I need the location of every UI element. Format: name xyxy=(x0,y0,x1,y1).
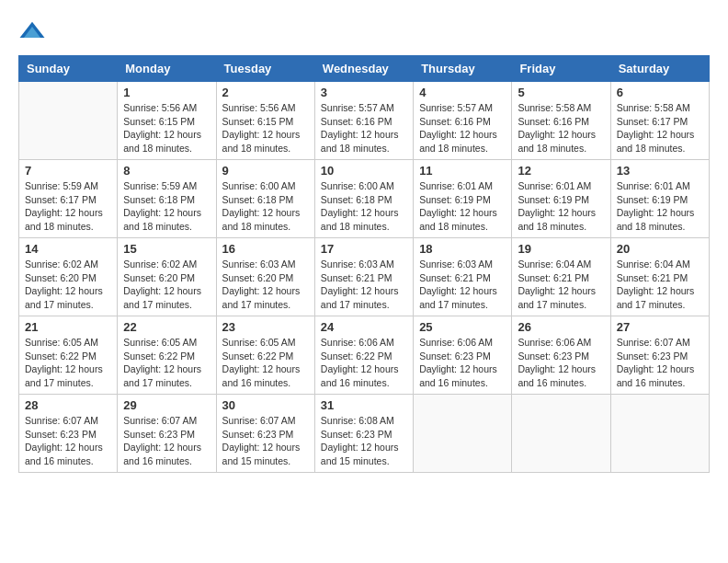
day-number: 4 xyxy=(419,86,506,99)
day-cell xyxy=(414,395,512,473)
day-cell: 20Sunrise: 6:04 AMSunset: 6:21 PMDayligh… xyxy=(610,238,709,316)
day-info: Sunrise: 6:07 AMSunset: 6:23 PMDaylight:… xyxy=(25,414,111,468)
day-number: 21 xyxy=(25,320,111,334)
day-number: 23 xyxy=(222,320,309,334)
day-cell: 24Sunrise: 6:06 AMSunset: 6:22 PMDayligh… xyxy=(314,316,413,395)
day-cell: 26Sunrise: 6:06 AMSunset: 6:23 PMDayligh… xyxy=(512,316,610,395)
day-info: Sunrise: 6:01 AMSunset: 6:19 PMDaylight:… xyxy=(518,179,604,234)
day-number: 11 xyxy=(419,164,506,178)
day-number: 10 xyxy=(321,164,407,178)
day-cell: 14Sunrise: 6:02 AMSunset: 6:20 PMDayligh… xyxy=(19,238,118,316)
day-info: Sunrise: 5:58 AMSunset: 6:16 PMDaylight:… xyxy=(518,101,604,155)
day-cell: 13Sunrise: 6:01 AMSunset: 6:19 PMDayligh… xyxy=(610,160,709,238)
day-info: Sunrise: 6:06 AMSunset: 6:22 PMDaylight:… xyxy=(321,336,407,390)
day-info: Sunrise: 6:02 AMSunset: 6:20 PMDaylight:… xyxy=(123,258,210,312)
day-number: 8 xyxy=(123,164,210,178)
day-cell: 16Sunrise: 6:03 AMSunset: 6:20 PMDayligh… xyxy=(216,238,314,316)
day-info: Sunrise: 6:05 AMSunset: 6:22 PMDaylight:… xyxy=(25,336,111,390)
day-cell: 30Sunrise: 6:07 AMSunset: 6:23 PMDayligh… xyxy=(216,395,314,473)
day-number: 13 xyxy=(617,164,703,178)
week-row-0: 1Sunrise: 5:56 AMSunset: 6:15 PMDaylight… xyxy=(19,82,710,160)
day-cell: 4Sunrise: 5:57 AMSunset: 6:16 PMDaylight… xyxy=(414,82,512,160)
header-saturday: Saturday xyxy=(610,56,709,82)
week-row-2: 14Sunrise: 6:02 AMSunset: 6:20 PMDayligh… xyxy=(19,238,710,316)
day-cell: 25Sunrise: 6:06 AMSunset: 6:23 PMDayligh… xyxy=(414,316,512,395)
week-row-1: 7Sunrise: 5:59 AMSunset: 6:17 PMDaylight… xyxy=(19,160,710,238)
day-number: 28 xyxy=(25,398,111,412)
day-info: Sunrise: 6:03 AMSunset: 6:20 PMDaylight:… xyxy=(222,258,309,312)
day-number: 16 xyxy=(222,242,309,256)
day-info: Sunrise: 6:04 AMSunset: 6:21 PMDaylight:… xyxy=(617,258,703,312)
day-cell xyxy=(19,82,118,160)
day-info: Sunrise: 6:05 AMSunset: 6:22 PMDaylight:… xyxy=(123,336,210,390)
header-tuesday: Tuesday xyxy=(216,56,314,82)
week-row-4: 28Sunrise: 6:07 AMSunset: 6:23 PMDayligh… xyxy=(19,395,710,473)
day-cell: 23Sunrise: 6:05 AMSunset: 6:22 PMDayligh… xyxy=(216,316,314,395)
day-number: 25 xyxy=(419,320,506,334)
day-info: Sunrise: 6:00 AMSunset: 6:18 PMDaylight:… xyxy=(222,179,309,234)
header-row: SundayMondayTuesdayWednesdayThursdayFrid… xyxy=(19,56,710,82)
day-info: Sunrise: 6:00 AMSunset: 6:18 PMDaylight:… xyxy=(321,179,407,234)
day-info: Sunrise: 6:05 AMSunset: 6:22 PMDaylight:… xyxy=(222,336,309,390)
day-cell: 12Sunrise: 6:01 AMSunset: 6:19 PMDayligh… xyxy=(512,160,610,238)
day-number: 19 xyxy=(518,242,604,256)
logo xyxy=(18,18,50,46)
day-number: 26 xyxy=(518,320,604,334)
day-info: Sunrise: 6:07 AMSunset: 6:23 PMDaylight:… xyxy=(222,414,309,468)
day-info: Sunrise: 6:07 AMSunset: 6:23 PMDaylight:… xyxy=(123,414,210,468)
header-sunday: Sunday xyxy=(19,56,118,82)
calendar-table: SundayMondayTuesdayWednesdayThursdayFrid… xyxy=(18,55,710,473)
day-number: 9 xyxy=(222,164,309,178)
day-number: 27 xyxy=(617,320,703,334)
day-number: 15 xyxy=(123,242,210,256)
day-info: Sunrise: 6:08 AMSunset: 6:23 PMDaylight:… xyxy=(321,414,407,468)
day-info: Sunrise: 5:57 AMSunset: 6:16 PMDaylight:… xyxy=(419,101,506,155)
day-info: Sunrise: 5:56 AMSunset: 6:15 PMDaylight:… xyxy=(123,101,210,155)
day-number: 29 xyxy=(123,398,210,412)
day-cell: 2Sunrise: 5:56 AMSunset: 6:15 PMDaylight… xyxy=(216,82,314,160)
day-number: 17 xyxy=(321,242,407,256)
calendar-body: 1Sunrise: 5:56 AMSunset: 6:15 PMDaylight… xyxy=(19,82,710,473)
header-wednesday: Wednesday xyxy=(314,56,413,82)
day-number: 3 xyxy=(321,86,407,99)
day-info: Sunrise: 6:03 AMSunset: 6:21 PMDaylight:… xyxy=(419,258,506,312)
day-cell: 1Sunrise: 5:56 AMSunset: 6:15 PMDaylight… xyxy=(118,82,216,160)
day-cell: 11Sunrise: 6:01 AMSunset: 6:19 PMDayligh… xyxy=(414,160,512,238)
day-info: Sunrise: 5:56 AMSunset: 6:15 PMDaylight:… xyxy=(222,101,309,155)
day-info: Sunrise: 5:59 AMSunset: 6:18 PMDaylight:… xyxy=(123,179,210,234)
day-cell: 21Sunrise: 6:05 AMSunset: 6:22 PMDayligh… xyxy=(19,316,118,395)
day-info: Sunrise: 6:03 AMSunset: 6:21 PMDaylight:… xyxy=(321,258,407,312)
day-number: 30 xyxy=(222,398,309,412)
day-cell: 6Sunrise: 5:58 AMSunset: 6:17 PMDaylight… xyxy=(610,82,709,160)
day-number: 5 xyxy=(518,86,604,99)
day-info: Sunrise: 6:01 AMSunset: 6:19 PMDaylight:… xyxy=(617,179,703,234)
day-number: 20 xyxy=(617,242,703,256)
day-cell: 27Sunrise: 6:07 AMSunset: 6:23 PMDayligh… xyxy=(610,316,709,395)
day-number: 2 xyxy=(222,86,309,99)
day-info: Sunrise: 5:59 AMSunset: 6:17 PMDaylight:… xyxy=(25,179,111,234)
day-cell: 9Sunrise: 6:00 AMSunset: 6:18 PMDaylight… xyxy=(216,160,314,238)
day-number: 1 xyxy=(123,86,210,99)
day-number: 14 xyxy=(25,242,111,256)
day-cell: 18Sunrise: 6:03 AMSunset: 6:21 PMDayligh… xyxy=(414,238,512,316)
header-thursday: Thursday xyxy=(414,56,512,82)
day-cell: 5Sunrise: 5:58 AMSunset: 6:16 PMDaylight… xyxy=(512,82,610,160)
day-cell: 8Sunrise: 5:59 AMSunset: 6:18 PMDaylight… xyxy=(118,160,216,238)
day-cell xyxy=(512,395,610,473)
day-cell: 7Sunrise: 5:59 AMSunset: 6:17 PMDaylight… xyxy=(19,160,118,238)
week-row-3: 21Sunrise: 6:05 AMSunset: 6:22 PMDayligh… xyxy=(19,316,710,395)
day-info: Sunrise: 6:04 AMSunset: 6:21 PMDaylight:… xyxy=(518,258,604,312)
day-cell: 28Sunrise: 6:07 AMSunset: 6:23 PMDayligh… xyxy=(19,395,118,473)
day-cell: 29Sunrise: 6:07 AMSunset: 6:23 PMDayligh… xyxy=(118,395,216,473)
day-cell: 17Sunrise: 6:03 AMSunset: 6:21 PMDayligh… xyxy=(314,238,413,316)
day-info: Sunrise: 6:06 AMSunset: 6:23 PMDaylight:… xyxy=(518,336,604,390)
header-friday: Friday xyxy=(512,56,610,82)
day-info: Sunrise: 6:01 AMSunset: 6:19 PMDaylight:… xyxy=(419,179,506,234)
day-number: 12 xyxy=(518,164,604,178)
day-cell: 31Sunrise: 6:08 AMSunset: 6:23 PMDayligh… xyxy=(314,395,413,473)
day-number: 31 xyxy=(321,398,407,412)
day-number: 22 xyxy=(123,320,210,334)
calendar-header: SundayMondayTuesdayWednesdayThursdayFrid… xyxy=(19,56,710,82)
page-header xyxy=(18,18,710,46)
day-info: Sunrise: 5:58 AMSunset: 6:17 PMDaylight:… xyxy=(617,101,703,155)
